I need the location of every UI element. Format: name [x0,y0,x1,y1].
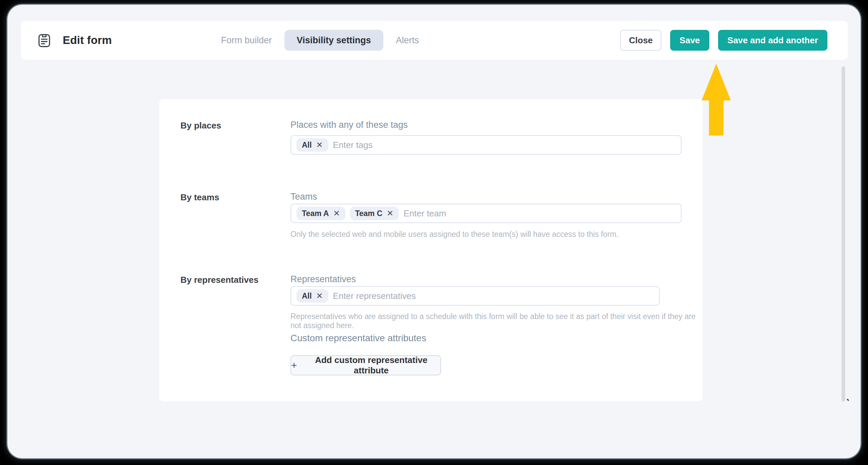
chip-label: Team C [355,209,382,218]
header-actions: Close Save Save and add another [620,21,828,60]
header-bar: Edit form Form builder Visibility settin… [21,21,848,60]
save-and-add-another-button[interactable]: Save and add another [718,30,828,51]
scrollbar-thumb[interactable] [841,66,845,402]
title-group: Edit form [36,21,112,60]
page-title: Edit form [63,34,112,46]
remove-chip-icon[interactable]: ✕ [333,209,340,217]
section-label-by-places: By places [181,120,221,131]
section-label-by-teams: By teams [181,192,219,203]
teams-input[interactable]: Team A✕Team C✕ Enter team [290,204,682,223]
chip-label: Team A [302,209,329,218]
plus-icon: + [291,360,297,370]
chip-label: All [302,141,312,150]
close-button[interactable]: Close [620,30,661,51]
tag-chip: All✕ [297,289,328,303]
representatives-input[interactable]: All✕ Enter representatives [290,286,660,306]
tab-form-builder[interactable]: Form builder [209,30,284,51]
field-label-places-tags: Places with any of these tags [290,120,408,130]
remove-chip-icon[interactable]: ✕ [387,209,394,217]
tag-chip: Team C✕ [350,207,399,220]
section-label-by-representatives: By representatives [181,275,258,285]
app-window: Edit form Form builder Visibility settin… [7,5,861,458]
chip-label: All [302,291,312,301]
places-chips: All✕ [297,138,328,152]
field-label-representatives: Representatives [290,274,356,284]
tab-visibility-settings[interactable]: Visibility settings [284,30,384,51]
add-custom-representative-attribute-button[interactable]: + Add custom representative attribute [290,355,441,375]
mouse-cursor [846,399,849,401]
add-custom-attribute-label: Add custom representative attribute [302,355,440,376]
screen-background: Edit form Form builder Visibility settin… [0,0,868,465]
representatives-helper-text: Representatives who are assigned to a sc… [290,312,703,330]
clipboard-form-icon [36,32,53,49]
remove-chip-icon[interactable]: ✕ [316,141,323,149]
highlight-arrow-icon [702,64,731,135]
representatives-placeholder: Enter representatives [333,291,416,301]
teams-chips: Team A✕Team C✕ [297,207,399,220]
tag-chip: Team A✕ [297,207,345,220]
places-tags-placeholder: Enter tags [333,140,373,150]
visibility-settings-panel: By places Places with any of these tags … [159,99,703,401]
remove-chip-icon[interactable]: ✕ [316,292,323,300]
tab-alerts[interactable]: Alerts [383,30,431,51]
tag-chip: All✕ [297,138,328,152]
field-label-teams: Teams [290,192,317,202]
tab-bar: Form builder Visibility settings Alerts [209,21,431,60]
custom-representative-attributes-label: Custom representative attributes [290,333,426,344]
representatives-chips: All✕ [297,289,328,303]
save-button[interactable]: Save [670,30,709,51]
teams-placeholder: Enter team [403,208,446,219]
places-tags-input[interactable]: All✕ Enter tags [290,135,682,155]
teams-helper-text: Only the selected web and mobile users a… [290,230,618,239]
